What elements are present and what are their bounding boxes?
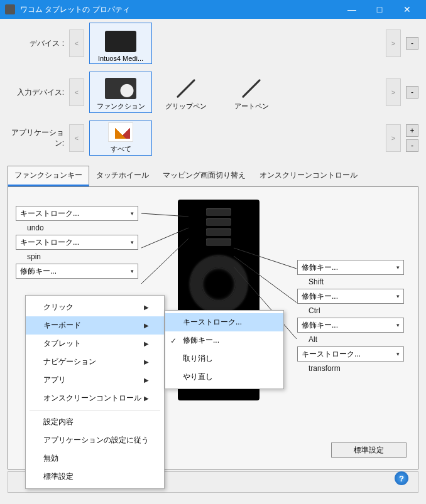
key6-label: Ctrl xyxy=(285,304,410,318)
tool-prev[interactable]: < xyxy=(69,78,84,106)
chevron-right-icon: ▶ xyxy=(144,377,149,383)
device-item-intuos4[interactable]: Intuos4 Medi... xyxy=(89,23,152,64)
tab-onscreen-controls[interactable]: オンスクリーンコントロール xyxy=(253,166,364,186)
tool-row: 入力デバイス: < ファンクション グリップペン アートペン > - xyxy=(0,68,426,117)
chevron-down-icon: ▾ xyxy=(131,239,134,245)
ctx-settings[interactable]: 設定内容 xyxy=(26,413,164,431)
key5-label: Shift xyxy=(285,275,410,289)
key1-label: undo xyxy=(16,221,154,235)
tool-remove[interactable]: - xyxy=(406,86,418,99)
key5-combo[interactable]: 修飾キー... ▾ xyxy=(297,260,404,275)
ctx-keyboard[interactable]: キーボード ▶ xyxy=(26,316,164,335)
touch-ring-graphic xyxy=(190,256,247,313)
express-key-graphic xyxy=(206,208,231,216)
tab-display-toggle[interactable]: マッピング画面切り替え xyxy=(156,166,253,186)
device-items: Intuos4 Medi... xyxy=(89,23,381,64)
subctx-modifier[interactable]: 修飾キー... xyxy=(165,331,283,350)
context-submenu-keyboard: キーストローク... 修飾キー... 取り消し やり直し xyxy=(165,310,284,389)
tool-item-functions[interactable]: ファンクション xyxy=(89,72,152,113)
key3-combo[interactable]: 修飾キー... ▾ xyxy=(16,264,138,279)
context-menu: クリック ▶ キーボード ▶ タブレット ▶ ナビゲーション ▶ アプリ ▶ オ… xyxy=(25,295,165,489)
chevron-right-icon: ▶ xyxy=(144,395,149,402)
device-prev[interactable]: < xyxy=(69,29,84,57)
tab-touch-wheel[interactable]: タッチホイール xyxy=(89,166,156,186)
maximize-button[interactable]: □ xyxy=(366,0,393,19)
app-label: アプリケーション: xyxy=(8,127,64,149)
combo-value: 修飾キー... xyxy=(302,320,338,331)
tab-strip: ファンクションキー タッチホイール マッピング画面切り替え オンスクリーンコント… xyxy=(8,166,418,187)
ctx-item-label: アプリケーションの設定に従う xyxy=(43,435,149,446)
help-button[interactable]: ? xyxy=(395,471,408,485)
ctx-item-label: 標準設定 xyxy=(43,471,74,482)
app-prev[interactable]: < xyxy=(69,124,84,152)
ctx-click[interactable]: クリック ▶ xyxy=(26,298,164,316)
ctx-tablet[interactable]: タブレット ▶ xyxy=(26,335,164,353)
subctx-keystroke[interactable]: キーストローク... xyxy=(165,313,283,331)
chevron-down-icon: ▾ xyxy=(396,264,400,271)
ctx-default[interactable]: 標準設定 xyxy=(26,468,164,486)
pen-icon xyxy=(173,78,199,99)
app-item-all[interactable]: すべて xyxy=(89,121,152,156)
combo-value: キーストローク... xyxy=(20,208,79,219)
ctx-item-label: キーボード xyxy=(43,320,81,331)
ctx-item-label: 取り消し xyxy=(183,353,213,364)
ctx-item-label: クリック xyxy=(43,302,74,313)
app-item-label: すべて xyxy=(111,144,131,154)
chevron-down-icon: ▾ xyxy=(396,293,400,299)
app-icon xyxy=(5,4,15,14)
key2-label: spin xyxy=(16,250,154,264)
tool-label: 入力デバイス: xyxy=(8,87,64,98)
key6-combo[interactable]: 修飾キー... ▾ xyxy=(297,289,404,304)
pen-icon xyxy=(239,78,264,99)
device-next[interactable]: > xyxy=(386,29,401,57)
key8-combo[interactable]: キーストローク... ▾ xyxy=(297,346,404,362)
chevron-down-icon: ▾ xyxy=(396,351,400,357)
subctx-undo[interactable]: 取り消し xyxy=(165,350,283,368)
tab-function-keys[interactable]: ファンクションキー xyxy=(8,166,89,186)
ctx-item-label: オンスクリーンコントロール xyxy=(43,393,141,404)
combo-value: キーストローク... xyxy=(20,237,79,248)
ctx-navigation[interactable]: ナビゲーション ▶ xyxy=(26,353,164,371)
ctx-item-label: 修飾キー... xyxy=(183,335,219,346)
tool-item-grip-pen[interactable]: グリップペン xyxy=(155,72,217,113)
ctx-app[interactable]: アプリ ▶ xyxy=(26,371,164,389)
titlebar: ワコム タブレットの プロパティ — □ ✕ xyxy=(0,0,426,19)
app-row: アプリケーション: < すべて > + - xyxy=(0,117,426,159)
device-remove[interactable]: - xyxy=(406,37,418,50)
ctx-item-label: アプリ xyxy=(43,375,66,385)
ctx-item-label: 設定内容 xyxy=(43,417,74,427)
tool-next[interactable]: > xyxy=(386,78,401,106)
subctx-redo[interactable]: やり直し xyxy=(165,368,283,386)
key7-combo[interactable]: 修飾キー... ▾ xyxy=(297,318,404,333)
app-remove[interactable]: - xyxy=(406,139,418,152)
chevron-right-icon: ▶ xyxy=(144,340,149,347)
close-button[interactable]: ✕ xyxy=(393,0,421,19)
ctx-item-label: やり直し xyxy=(183,372,213,382)
app-next[interactable]: > xyxy=(386,124,401,152)
ctx-sep xyxy=(30,410,160,410)
ctx-item-label: ナビゲーション xyxy=(43,357,96,367)
default-button[interactable]: 標準設定 xyxy=(331,442,407,458)
tablet-icon xyxy=(105,31,136,52)
chevron-down-icon: ▾ xyxy=(396,322,400,328)
ctx-item-label: キーストローク... xyxy=(183,317,242,328)
minimize-button[interactable]: — xyxy=(338,0,366,19)
window-title: ワコム タブレットの プロパティ xyxy=(20,4,338,15)
chevron-down-icon: ▾ xyxy=(131,268,134,274)
ctx-follow-app[interactable]: アプリケーションの設定に従う xyxy=(26,431,164,449)
app-items: すべて xyxy=(89,121,381,156)
ctx-disable[interactable]: 無効 xyxy=(26,449,164,468)
device-row: デバイス : < Intuos4 Medi... > - xyxy=(0,19,426,68)
ctx-onscreen[interactable]: オンスクリーンコントロール ▶ xyxy=(26,389,164,407)
left-key-column: キーストローク... ▾ undo キーストローク... ▾ spin 修飾キー… xyxy=(16,206,154,279)
right-key-column: 修飾キー... ▾ Shift 修飾キー... ▾ Ctrl 修飾キー... ▾… xyxy=(285,260,410,375)
combo-value: 修飾キー... xyxy=(302,262,338,273)
app-add[interactable]: + xyxy=(406,124,418,137)
device-label: デバイス : xyxy=(8,38,64,49)
device-item-label: Intuos4 Medi... xyxy=(98,55,143,62)
tool-item-label: グリップペン xyxy=(165,102,207,111)
tool-item-art-pen[interactable]: アートペン xyxy=(220,72,283,113)
key2-combo[interactable]: キーストローク... ▾ xyxy=(16,235,138,250)
key1-combo[interactable]: キーストローク... ▾ xyxy=(16,206,138,221)
chevron-right-icon: ▶ xyxy=(144,322,149,329)
